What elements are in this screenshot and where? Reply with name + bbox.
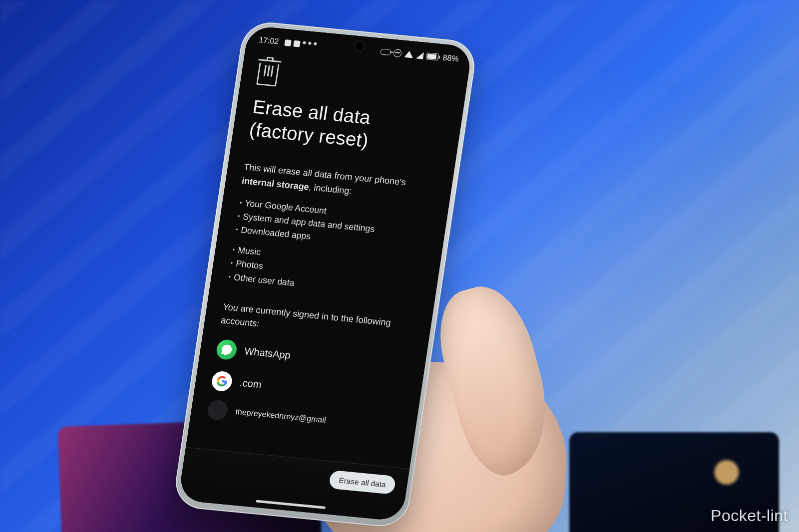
settings-content[interactable]: Erase all data (factory reset) This will… bbox=[190, 46, 469, 439]
signal-icon bbox=[416, 51, 424, 59]
whatsapp-icon bbox=[215, 339, 238, 360]
notification-dot-icon bbox=[308, 41, 312, 45]
notification-dot-icon bbox=[303, 41, 306, 44]
notification-icon bbox=[284, 39, 292, 46]
wifi-icon bbox=[404, 50, 414, 58]
erase-all-data-button[interactable]: Erase all data bbox=[329, 470, 396, 494]
do-not-disturb-icon bbox=[393, 49, 402, 57]
account-label: thepreyekednreyz@gmail bbox=[235, 407, 326, 425]
pocketlint-watermark: Pocket-lint bbox=[711, 507, 788, 525]
account-label: WhatsApp bbox=[244, 345, 291, 361]
account-row-whatsapp[interactable]: WhatsApp bbox=[215, 339, 410, 377]
account-avatar-icon bbox=[206, 399, 229, 420]
bottom-action-bar: Erase all data bbox=[181, 447, 409, 504]
battery-percent: 88% bbox=[442, 53, 459, 63]
erase-list-b: Music Photos Other user data bbox=[228, 243, 424, 301]
battery-icon bbox=[426, 52, 440, 60]
trash-icon bbox=[256, 62, 279, 86]
signed-in-text: You are currently signed in to the follo… bbox=[220, 300, 416, 345]
status-time: 17:02 bbox=[258, 35, 280, 46]
gesture-handle[interactable] bbox=[256, 500, 326, 509]
notification-icon bbox=[293, 40, 301, 47]
photo-scene: 17:02 bbox=[0, 0, 799, 532]
vpn-key-icon bbox=[380, 48, 391, 55]
google-icon bbox=[211, 370, 234, 392]
page-title: Erase all data (factory reset) bbox=[248, 96, 446, 159]
account-label: .com bbox=[239, 377, 263, 391]
notification-dot-icon bbox=[314, 42, 317, 45]
